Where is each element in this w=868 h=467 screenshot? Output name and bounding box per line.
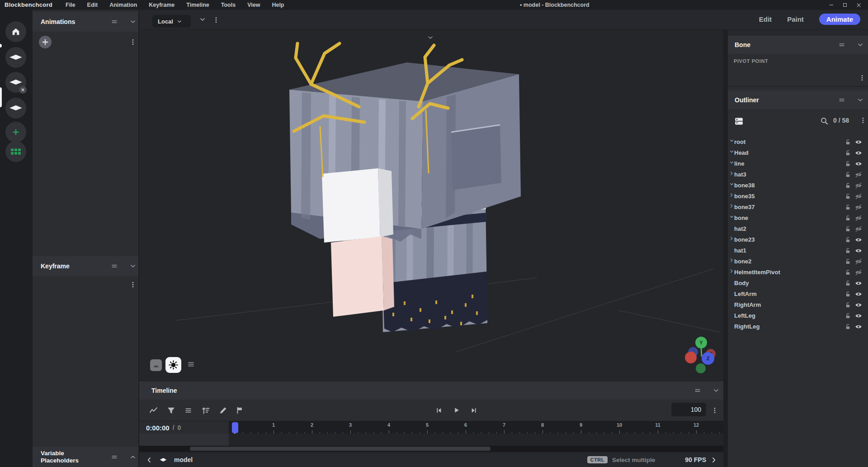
- lock-open-icon[interactable]: [844, 204, 851, 211]
- home-tab-icon[interactable]: [5, 21, 26, 42]
- orientation-gizmo[interactable]: X Y Z: [685, 337, 716, 373]
- lock-open-icon[interactable]: [844, 225, 851, 233]
- chevron-right-icon[interactable]: [729, 269, 734, 273]
- chevron-down-icon[interactable]: [729, 149, 734, 154]
- add-animation-button[interactable]: [39, 36, 52, 48]
- outliner-panel-header[interactable]: Outliner: [728, 91, 868, 109]
- bone-panel-header[interactable]: Bone: [728, 35, 868, 54]
- transform-space-select[interactable]: Local: [152, 15, 191, 28]
- tab-edit[interactable]: Edit: [759, 15, 772, 23]
- graph-editor-icon[interactable]: [148, 406, 159, 415]
- outliner-item-label[interactable]: hat2: [734, 225, 746, 232]
- visibility-off-icon[interactable]: [854, 269, 863, 276]
- track-area[interactable]: [229, 434, 723, 446]
- visibility-off-icon[interactable]: [854, 193, 863, 200]
- outliner-item-label[interactable]: Head: [734, 149, 749, 156]
- outliner-item-label[interactable]: Body: [734, 280, 749, 286]
- lock-open-icon[interactable]: [844, 312, 851, 319]
- tab-animate[interactable]: Animate: [819, 14, 860, 25]
- edit-keyframes-icon[interactable]: [218, 406, 228, 415]
- lock-open-icon[interactable]: [844, 236, 851, 243]
- visibility-on-icon[interactable]: [854, 138, 863, 146]
- timeline-panel-header[interactable]: Timeline: [139, 381, 723, 400]
- plugins-grid-icon[interactable]: [5, 141, 26, 162]
- chevron-down-icon[interactable]: [129, 19, 137, 25]
- viewport-3d-canvas[interactable]: X Y Z: [139, 30, 723, 381]
- model-tab-icon[interactable]: [5, 47, 26, 68]
- outliner-row[interactable]: HelmetItemPivot: [728, 267, 868, 278]
- drag-handle-icon[interactable]: [838, 41, 846, 48]
- scrollbar-handle[interactable]: [190, 447, 491, 451]
- background-image-icon[interactable]: [150, 359, 162, 371]
- search-icon[interactable]: [820, 117, 829, 125]
- skip-to-end-icon[interactable]: [470, 407, 477, 414]
- timeline-ruler[interactable]: 123456789101112: [229, 421, 723, 434]
- outliner-row[interactable]: hat2: [728, 224, 868, 234]
- animations-panel-header[interactable]: Animations: [33, 12, 138, 32]
- outliner-row[interactable]: hat3: [728, 169, 868, 180]
- outliner-item-label[interactable]: bone23: [734, 236, 755, 243]
- outliner-item-label[interactable]: bone: [734, 214, 748, 221]
- playback-speed-input[interactable]: 100: [671, 403, 706, 416]
- outliner-row[interactable]: LeftArm: [728, 289, 868, 300]
- visibility-on-icon[interactable]: [854, 323, 863, 330]
- visibility-on-icon[interactable]: [854, 301, 863, 309]
- menu-keyframe[interactable]: Keyframe: [143, 0, 180, 10]
- timeline-menu-icon[interactable]: [712, 407, 718, 414]
- chevron-down-icon[interactable]: [729, 182, 734, 186]
- visibility-off-icon[interactable]: [854, 258, 863, 265]
- lock-open-icon[interactable]: [844, 323, 851, 330]
- outliner-row[interactable]: bone2: [728, 256, 868, 267]
- model-tab-icon[interactable]: [5, 98, 26, 119]
- lock-open-icon[interactable]: [844, 258, 851, 265]
- chevron-up-icon[interactable]: [129, 454, 137, 460]
- outliner-row[interactable]: LeftLeg: [728, 310, 868, 321]
- outliner-menu-icon[interactable]: [860, 117, 866, 124]
- outliner-item-label[interactable]: HelmetItemPivot: [734, 269, 780, 276]
- menu-edit[interactable]: Edit: [81, 0, 104, 10]
- chevron-right-icon[interactable]: [729, 236, 734, 241]
- outliner-row[interactable]: bone35: [728, 191, 868, 202]
- outliner-item-label[interactable]: root: [734, 138, 745, 145]
- lock-open-icon[interactable]: [844, 269, 851, 276]
- menu-tools[interactable]: Tools: [215, 0, 241, 10]
- outliner-row[interactable]: bone: [728, 213, 868, 224]
- visibility-on-icon[interactable]: [854, 236, 863, 243]
- variable-placeholders-panel-header[interactable]: Variable Placeholders: [33, 447, 138, 467]
- outliner-item-label[interactable]: RightArm: [734, 301, 761, 308]
- close-icon[interactable]: [854, 0, 863, 10]
- outliner-row[interactable]: Head: [728, 148, 868, 158]
- lock-open-icon[interactable]: [844, 301, 851, 309]
- sort-icon[interactable]: [201, 406, 211, 415]
- tab-paint[interactable]: Paint: [787, 15, 804, 23]
- chevron-down-icon[interactable]: [729, 214, 734, 219]
- chevron-right-icon[interactable]: [729, 204, 734, 208]
- hierarchy-view-icon[interactable]: [734, 116, 744, 126]
- breadcrumb-model-name[interactable]: model: [174, 456, 193, 463]
- chevron-right-icon[interactable]: [729, 193, 734, 197]
- drag-handle-icon[interactable]: [110, 262, 118, 270]
- lock-open-icon[interactable]: [844, 138, 851, 146]
- chevron-down-icon[interactable]: [729, 160, 734, 165]
- lock-open-icon[interactable]: [844, 149, 851, 157]
- lock-open-icon[interactable]: [844, 160, 851, 167]
- drag-handle-icon[interactable]: [110, 18, 118, 25]
- lock-open-icon[interactable]: [844, 193, 851, 200]
- new-model-icon[interactable]: [5, 122, 26, 143]
- lock-open-icon[interactable]: [844, 214, 851, 222]
- outliner-item-label[interactable]: bone35: [734, 193, 755, 200]
- outliner-row[interactable]: root: [728, 137, 868, 148]
- viewport-collapse-icon[interactable]: [427, 34, 434, 41]
- outliner-item-label[interactable]: bone38: [734, 182, 755, 189]
- visibility-off-icon[interactable]: [854, 182, 863, 189]
- maximize-icon[interactable]: [840, 0, 850, 10]
- status-next-icon[interactable]: [711, 457, 717, 463]
- visibility-on-icon[interactable]: [854, 160, 863, 167]
- chevron-right-icon[interactable]: [729, 171, 734, 176]
- chevron-down-icon[interactable]: [129, 263, 137, 269]
- menu-animation[interactable]: Animation: [104, 0, 143, 10]
- menu-timeline[interactable]: Timeline: [180, 0, 215, 10]
- outliner-item-label[interactable]: bone2: [734, 258, 751, 265]
- visibility-off-icon[interactable]: [854, 171, 863, 178]
- outliner-item-label[interactable]: LeftArm: [734, 291, 757, 297]
